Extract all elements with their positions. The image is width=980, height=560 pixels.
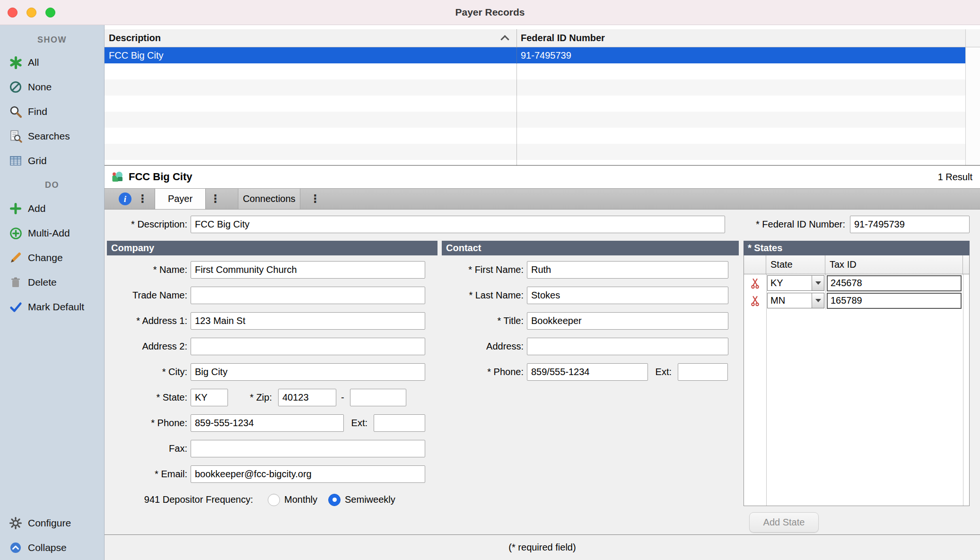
column-header-federal-id[interactable]: Federal ID Number	[516, 29, 965, 47]
add-state-button[interactable]: Add State	[749, 512, 819, 533]
sidebar-item-all[interactable]: All	[0, 50, 104, 75]
zoom-button[interactable]	[45, 8, 55, 18]
title-input[interactable]	[527, 312, 728, 330]
tab-payer[interactable]: Payer	[155, 189, 206, 209]
tab-bar: i ⋮ Payer ⋮ Connections ⋮	[105, 188, 980, 210]
sidebar-item-label: All	[28, 57, 39, 68]
radio-semiweekly[interactable]	[328, 494, 341, 506]
sidebar-item-none[interactable]: None	[0, 75, 104, 99]
contact-ext-input[interactable]	[678, 363, 728, 381]
sidebar-item-change[interactable]: Change	[0, 245, 104, 270]
gear-icon	[9, 516, 23, 530]
city-label: * City:	[105, 367, 187, 377]
sidebar-item-label: Change	[28, 252, 63, 263]
company-phone-input[interactable]	[191, 414, 344, 432]
tax-id-input[interactable]: 245678	[827, 275, 962, 291]
list-row-empty[interactable]	[105, 160, 965, 165]
asterisk-icon	[9, 55, 23, 70]
sidebar-item-label: Configure	[28, 517, 71, 529]
company-ext-input[interactable]	[374, 414, 425, 432]
close-button[interactable]	[8, 8, 18, 18]
address1-input[interactable]	[191, 312, 425, 330]
cell-description: FCC Big City	[105, 50, 516, 61]
cell-federal-id: 91-7495739	[516, 50, 965, 61]
delete-state-button[interactable]	[744, 295, 766, 306]
description-label: * Description:	[105, 219, 187, 230]
address2-input[interactable]	[191, 338, 425, 355]
pencil-icon	[9, 251, 23, 265]
state-input[interactable]	[191, 389, 228, 406]
info-menu-icon[interactable]: ⋮	[137, 193, 148, 204]
connections-tab-menu-icon[interactable]: ⋮	[310, 193, 321, 204]
state-row: KY 245678	[744, 274, 969, 292]
states-header-spacer	[963, 255, 969, 274]
radio-semiweekly-label[interactable]: Semiweekly	[345, 494, 395, 505]
cut-icon	[751, 295, 760, 306]
list-row-selected[interactable]: FCC Big City 91-7495739	[105, 47, 965, 63]
column-divider	[516, 29, 517, 165]
fax-input[interactable]	[191, 440, 425, 457]
tax-id-input[interactable]: 165789	[827, 293, 962, 309]
delete-state-button[interactable]	[744, 278, 766, 289]
sidebar-item-configure[interactable]: Configure	[0, 511, 104, 535]
sidebar-item-label: Searches	[28, 131, 70, 142]
tab-connections[interactable]: Connections	[238, 189, 300, 209]
list-row-empty[interactable]	[105, 63, 965, 79]
grid-icon	[9, 154, 23, 168]
column-header-description[interactable]: Description	[105, 29, 516, 47]
sidebar-item-collapse[interactable]: Collapse	[0, 535, 104, 560]
sidebar-item-label: Collapse	[28, 542, 67, 553]
minimize-button[interactable]	[26, 8, 36, 18]
sidebar-item-label: Mark Default	[28, 301, 84, 313]
contact-address-input[interactable]	[527, 338, 728, 355]
radio-monthly-label[interactable]: Monthly	[284, 494, 317, 505]
sidebar-item-add[interactable]: Add	[0, 196, 104, 221]
sidebar-item-mark-default[interactable]: Mark Default	[0, 295, 104, 319]
email-label: * Email:	[105, 469, 187, 480]
radio-monthly[interactable]	[268, 494, 280, 506]
trash-icon	[9, 275, 23, 289]
payer-form: * Description: * Federal ID Number: Comp…	[105, 210, 980, 560]
sidebar: SHOW All None Find	[0, 25, 105, 560]
email-input[interactable]	[191, 465, 425, 483]
contact-phone-label: * Phone:	[441, 367, 524, 377]
trade-name-input[interactable]	[191, 287, 425, 304]
collapse-circle-icon	[9, 541, 23, 555]
federal-id-input[interactable]	[850, 216, 970, 233]
list-row-empty[interactable]	[105, 96, 965, 112]
contact-phone-input[interactable]	[527, 363, 648, 381]
last-name-input[interactable]	[527, 287, 728, 304]
payer-tab-menu-icon[interactable]: ⋮	[210, 193, 221, 204]
list-row-empty[interactable]	[105, 79, 965, 96]
list-row-empty[interactable]	[105, 112, 965, 128]
info-icon[interactable]: i	[119, 192, 131, 205]
company-name-input[interactable]	[191, 261, 425, 279]
first-name-input[interactable]	[527, 261, 728, 279]
sidebar-item-delete[interactable]: Delete	[0, 270, 104, 295]
city-input[interactable]	[191, 363, 425, 381]
sidebar-item-multi-add[interactable]: Multi-Add	[0, 221, 104, 245]
sidebar-item-find[interactable]: Find	[0, 99, 104, 124]
payer-list: FCC Big City 91-7495739	[105, 47, 980, 165]
sidebar-item-label: Grid	[28, 155, 47, 166]
description-input[interactable]	[191, 216, 725, 233]
list-row-empty[interactable]	[105, 144, 965, 160]
sidebar-item-grid[interactable]: Grid	[0, 149, 104, 173]
first-name-label: * First Name:	[441, 264, 524, 275]
zip-label: * Zip:	[231, 392, 272, 403]
list-scrollbar[interactable]	[965, 47, 980, 165]
state-select[interactable]: MN	[767, 293, 824, 308]
list-header: Description Federal ID Number	[105, 29, 980, 47]
state-select-value: MN	[768, 293, 812, 308]
state-select[interactable]: KY	[767, 275, 824, 291]
zip-input[interactable]	[278, 389, 336, 406]
states-table-header: State Tax ID	[744, 255, 969, 274]
company-ext-label: Ext:	[347, 418, 368, 429]
zip-plus4-input[interactable]	[350, 389, 406, 406]
column-header-label: Description	[109, 33, 161, 44]
list-row-empty[interactable]	[105, 128, 965, 144]
states-section-header: * States	[744, 241, 970, 255]
states-header-icon-col	[744, 255, 766, 274]
document-search-icon	[9, 129, 23, 143]
sidebar-item-searches[interactable]: Searches	[0, 124, 104, 149]
